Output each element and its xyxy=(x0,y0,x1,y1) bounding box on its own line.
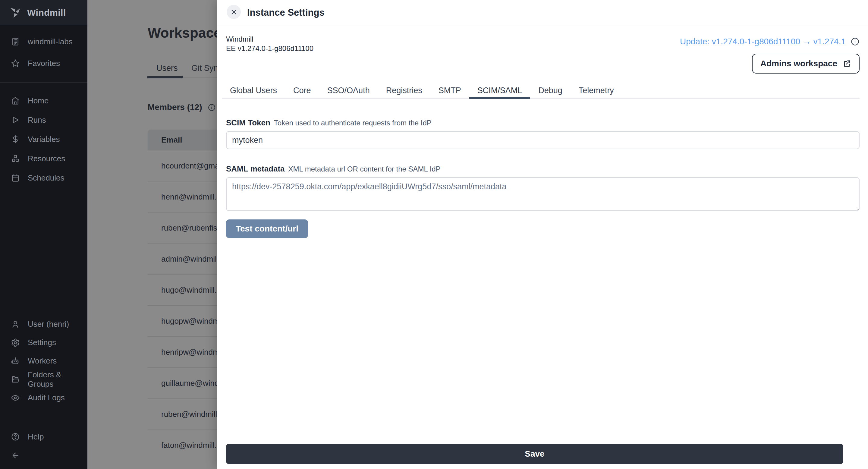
sidebar-item-home[interactable]: Home xyxy=(0,91,87,110)
sidebar-item-label: Audit Logs xyxy=(28,393,65,402)
instance-version-block: Windmill EE v1.274.0-1-g806d11100 xyxy=(226,34,313,53)
building-icon xyxy=(11,37,20,46)
sidebar-item-workers[interactable]: Workers xyxy=(0,352,87,370)
admins-workspace-label: Admins workspace xyxy=(761,59,837,68)
star-icon xyxy=(11,59,20,68)
saml-metadata-label: SAML metadata xyxy=(226,164,285,174)
dollar-icon xyxy=(11,135,20,144)
update-link[interactable]: Update: v1.274.0-1-g806d11100 → v1.274.1 xyxy=(680,37,846,46)
table-row[interactable]: faton@windmill.de xyxy=(148,430,217,461)
tab-global-users[interactable]: Global Users xyxy=(222,83,285,98)
drawer-header: Instance Settings xyxy=(217,0,868,25)
sidebar-item-variables[interactable]: Variables xyxy=(0,130,87,149)
sidebar-item-label: Favorites xyxy=(28,59,60,68)
drawer-title: Instance Settings xyxy=(247,0,324,25)
sidebar-item-label: Schedules xyxy=(28,173,64,183)
update-info-icon[interactable] xyxy=(850,37,860,46)
home-icon xyxy=(11,96,20,105)
user-icon xyxy=(11,320,20,329)
sidebar-item-schedules[interactable]: Schedules xyxy=(0,168,87,187)
table-row[interactable]: ruben@windmill.d xyxy=(148,399,217,430)
tab-scim-saml[interactable]: SCIM/SAML xyxy=(469,83,530,99)
tab-registries[interactable]: Registries xyxy=(378,83,430,98)
sidebar-item-label: Folders & Groups xyxy=(28,370,87,389)
sidebar-item-resources[interactable]: Resources xyxy=(0,149,87,168)
scim-saml-form: SCIM Token Token used to authenticate re… xyxy=(226,99,860,238)
tab-core[interactable]: Core xyxy=(285,83,319,98)
table-row[interactable]: hugo@windmill.de xyxy=(148,274,217,305)
sidebar-item-settings[interactable]: Settings xyxy=(0,333,87,352)
tab-git-sync[interactable]: Git Sync xyxy=(191,64,217,73)
saml-metadata-description: XML metadata url OR content for the SAML… xyxy=(288,165,441,173)
sidebar-item-folders-groups[interactable]: Folders & Groups xyxy=(0,370,87,388)
sidebar-item-runs[interactable]: Runs xyxy=(0,110,87,130)
folder-open-icon xyxy=(11,375,20,384)
play-icon xyxy=(11,116,20,124)
tab-debug[interactable]: Debug xyxy=(530,83,570,98)
app-name: Windmill xyxy=(226,34,313,44)
sidebar-item-label: Settings xyxy=(28,338,56,347)
sidebar-item-audit-logs[interactable]: Audit Logs xyxy=(0,388,87,407)
sidebar-item-label: Home xyxy=(28,96,49,105)
robot-icon xyxy=(11,356,20,366)
sidebar-item-favorites[interactable]: Favorites xyxy=(0,55,87,72)
settings-tabbar: Global Users Core SSO/OAuth Registries S… xyxy=(222,83,860,99)
sidebar-item-label: windmill-labs xyxy=(28,37,73,46)
save-button[interactable]: Save xyxy=(226,444,843,464)
table-row[interactable]: henripw@windmill xyxy=(148,336,217,368)
table-row[interactable]: henri@windmill.de xyxy=(148,181,217,212)
sidebar-item-help[interactable]: Help xyxy=(0,428,87,446)
page-title: Workspace xyxy=(148,25,217,41)
sidebar-item-label: User (henri) xyxy=(28,319,69,329)
scim-token-input[interactable] xyxy=(226,131,860,149)
info-icon[interactable] xyxy=(208,103,216,112)
table-header-email: Email xyxy=(148,130,217,150)
members-heading: Members (12) xyxy=(148,102,216,112)
scim-token-description: Token used to authenticate requests from… xyxy=(274,119,432,127)
arrow-left-icon xyxy=(11,451,20,460)
tab-sso-oauth[interactable]: SSO/OAuth xyxy=(319,83,378,98)
tab-telemetry[interactable]: Telemetry xyxy=(570,83,622,98)
gear-icon xyxy=(11,338,20,347)
sidebar-item-label: Variables xyxy=(28,135,60,144)
sidebar-item-label: Resources xyxy=(28,154,65,163)
help-icon xyxy=(11,432,20,441)
table-row[interactable]: hcourdent@gmail. xyxy=(148,150,217,181)
windmill-logo-icon xyxy=(8,6,22,19)
sidebar-item-user[interactable]: User (henri) xyxy=(0,315,87,333)
external-link-icon xyxy=(843,59,851,68)
tab-smtp[interactable]: SMTP xyxy=(430,83,469,98)
admins-workspace-button[interactable]: Admins workspace xyxy=(752,54,860,73)
close-button[interactable] xyxy=(227,5,241,19)
saml-metadata-textarea[interactable]: https://dev-2578259.okta.com/app/exkaell… xyxy=(226,177,860,211)
test-content-url-button[interactable]: Test content/url xyxy=(226,219,308,238)
table-row[interactable]: guillaume@windm xyxy=(148,368,217,399)
sidebar-item-label: Workers xyxy=(28,356,57,366)
close-icon xyxy=(230,8,238,16)
update-row: Update: v1.274.0-1-g806d11100 → v1.274.1 xyxy=(680,37,860,46)
sidebar-item-workspace[interactable]: windmill-labs xyxy=(0,33,87,50)
sidebar: Windmill windmill-labs Favorites Home xyxy=(0,0,87,469)
instance-settings-drawer: Instance Settings Windmill EE v1.274.0-1… xyxy=(217,0,868,469)
tab-users[interactable]: Users xyxy=(156,64,178,73)
brand-name: Windmill xyxy=(27,7,66,18)
eye-icon xyxy=(11,393,20,402)
table-row[interactable]: admin@windmill.d xyxy=(148,243,217,274)
sidebar-collapse-button[interactable] xyxy=(0,446,87,465)
scim-token-label: SCIM Token xyxy=(226,118,270,127)
table-row[interactable]: ruben@rubenfisze xyxy=(148,212,217,243)
sidebar-item-label: Help xyxy=(28,432,44,442)
calendar-icon xyxy=(11,173,20,182)
boxes-icon xyxy=(11,154,20,163)
active-tab-underline xyxy=(147,76,183,79)
sidebar-item-label: Runs xyxy=(28,116,46,125)
members-count: Members (12) xyxy=(148,102,202,112)
modal-backdrop[interactable]: Workspace Users Git Sync Members (12) Em… xyxy=(87,0,217,469)
table-row[interactable]: hugopw@windmill xyxy=(148,305,217,336)
edition-version: EE v1.274.0-1-g806d11100 xyxy=(226,44,313,53)
app-logo[interactable]: Windmill xyxy=(0,0,87,25)
members-table: Email hcourdent@gmail. henri@windmill.de… xyxy=(148,130,217,461)
